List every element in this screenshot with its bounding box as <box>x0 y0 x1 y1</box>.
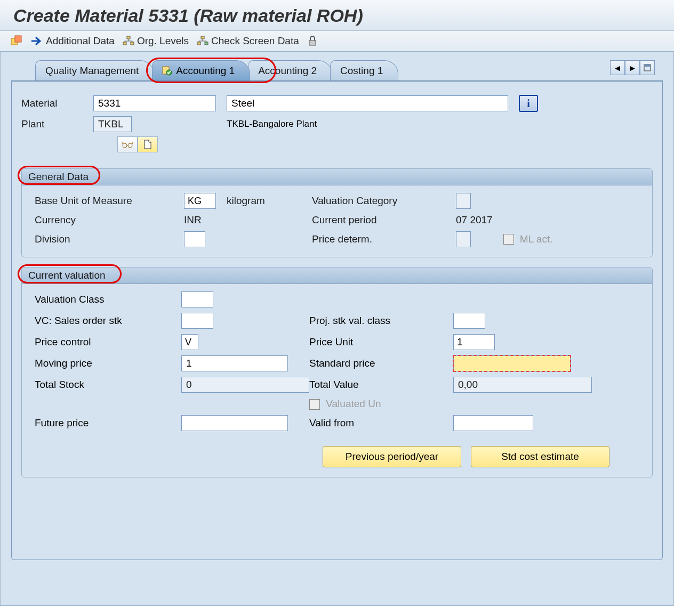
svg-rect-5 <box>201 36 204 39</box>
tab-list-icon <box>644 64 651 71</box>
check-screen-data-button[interactable]: Check Screen Data <box>197 35 299 47</box>
app-toolbar: Additional Data Org. Levels Check Screen… <box>0 31 674 52</box>
future-price-label: Future price <box>35 417 181 429</box>
mini-button-bar <box>117 136 653 152</box>
valuation-class-label: Valuation Class <box>35 294 181 305</box>
division-input[interactable] <box>184 231 205 247</box>
svg-rect-8 <box>309 40 316 45</box>
tab-costing-1[interactable]: Costing 1 <box>330 60 398 80</box>
currency-label: Currency <box>35 214 184 226</box>
standard-price-input[interactable] <box>453 355 571 371</box>
vc-sales-input[interactable] <box>181 313 213 329</box>
arrow-right-icon <box>30 36 43 46</box>
ml-act-checkbox <box>503 234 514 245</box>
general-data-title: General Data <box>28 171 89 182</box>
tab-content: Material i Plant TKBL-Bangalore Plant <box>11 80 663 560</box>
price-unit-label: Price Unit <box>309 336 453 348</box>
current-valuation-header: Current valuation <box>22 268 652 284</box>
tab-label: Accounting 1 <box>176 65 235 77</box>
base-uom-input[interactable] <box>184 193 216 209</box>
total-stock-label: Total Stock <box>35 379 181 391</box>
valuation-class-input[interactable] <box>181 291 213 307</box>
ml-act-label: ML act. <box>520 233 553 245</box>
future-price-input[interactable] <box>181 415 288 431</box>
display-change-button[interactable] <box>117 136 138 152</box>
general-data-group: General Data Base Unit of Measure kilogr… <box>21 168 653 257</box>
price-unit-input[interactable] <box>453 334 495 350</box>
svg-rect-7 <box>205 42 208 45</box>
previous-period-button[interactable]: Previous period/year <box>323 446 461 467</box>
svg-point-14 <box>128 143 132 148</box>
general-data-body: Base Unit of Measure kilogram Valuation … <box>22 185 652 257</box>
total-stock-input <box>181 377 309 393</box>
page-header: Create Material 5331 (Raw material ROH) <box>0 0 674 31</box>
plant-name: TKBL-Bangalore Plant <box>227 119 317 129</box>
main-area: Quality Management Accounting 1 Accounti… <box>0 52 674 606</box>
proj-stk-input[interactable] <box>453 313 485 329</box>
current-valuation-group: Current valuation Valuation Class VC: Sa… <box>21 267 653 477</box>
material-row: Material i <box>21 95 653 112</box>
price-determ-label: Price determ. <box>312 233 456 245</box>
total-value-label: Total Value <box>309 379 453 391</box>
tab-label: Quality Management <box>45 65 139 77</box>
plant-code-input <box>93 116 132 132</box>
glasses-icon <box>122 140 133 149</box>
additional-data-button[interactable]: Additional Data <box>30 35 115 47</box>
tab-accounting-1[interactable]: Accounting 1 <box>152 60 250 80</box>
toolbar-copy-icon[interactable] <box>11 35 22 47</box>
current-valuation-title: Current valuation <box>28 270 106 281</box>
material-description-input[interactable] <box>227 95 508 111</box>
check-hierarchy-icon <box>197 36 208 46</box>
page-title: Create Material 5331 (Raw material ROH) <box>13 5 661 26</box>
proj-stk-label: Proj. stk val. class <box>309 315 453 327</box>
current-valuation-body: Valuation Class VC: Sales order stk Proj… <box>22 284 652 477</box>
tab-scroll-right-button[interactable]: ▶ <box>625 60 640 75</box>
moving-price-label: Moving price <box>35 358 181 369</box>
base-uom-label: Base Unit of Measure <box>35 195 184 207</box>
moving-price-input[interactable] <box>181 355 288 371</box>
division-label: Division <box>35 233 184 245</box>
current-period-label: Current period <box>312 214 456 226</box>
svg-rect-2 <box>127 36 130 39</box>
base-uom-text: kilogram <box>227 195 312 207</box>
hierarchy-icon <box>123 36 134 46</box>
material-number-input[interactable] <box>93 95 216 111</box>
svg-rect-12 <box>644 64 651 67</box>
vc-sales-label: VC: Sales order stk <box>35 315 181 327</box>
valuated-un-label: Valuated Un <box>326 398 381 409</box>
price-control-label: Price control <box>35 336 181 348</box>
currency-value: INR <box>184 214 312 226</box>
valuation-category-input <box>456 193 471 209</box>
svg-rect-4 <box>131 42 134 45</box>
price-determ-input <box>456 231 471 247</box>
total-value-input <box>453 377 592 393</box>
info-icon: i <box>527 98 530 110</box>
tab-accounting-2[interactable]: Accounting 2 <box>248 60 332 80</box>
svg-point-13 <box>123 143 127 148</box>
tab-nav-controls: ◀ ▶ <box>610 60 655 75</box>
plant-label: Plant <box>21 118 93 130</box>
valid-from-input[interactable] <box>453 415 533 431</box>
valid-from-label: Valid from <box>309 417 453 429</box>
tab-list-button[interactable] <box>640 60 655 75</box>
valuated-un-checkbox <box>309 399 320 410</box>
org-levels-label: Org. Levels <box>137 35 189 47</box>
price-control-input[interactable] <box>181 334 198 350</box>
tabstrip: Quality Management Accounting 1 Accounti… <box>35 60 668 80</box>
tab-scroll-left-button[interactable]: ◀ <box>610 60 625 75</box>
additional-data-label: Additional Data <box>46 35 115 47</box>
org-levels-button[interactable]: Org. Levels <box>123 35 189 47</box>
valuation-category-label: Valuation Category <box>312 195 456 207</box>
svg-rect-1 <box>15 36 21 42</box>
lock-icon <box>307 36 318 46</box>
tab-label: Costing 1 <box>340 65 383 77</box>
tab-quality-management[interactable]: Quality Management <box>35 60 154 80</box>
std-cost-estimate-button[interactable]: Std cost estimate <box>471 446 609 467</box>
plant-row: Plant TKBL-Bangalore Plant <box>21 116 653 132</box>
info-button[interactable]: i <box>519 95 538 112</box>
lock-button[interactable] <box>307 36 318 46</box>
document-button[interactable] <box>138 136 158 152</box>
accounting-tab-icon <box>162 66 173 76</box>
material-label: Material <box>21 98 93 109</box>
standard-price-label: Standard price <box>309 358 453 369</box>
